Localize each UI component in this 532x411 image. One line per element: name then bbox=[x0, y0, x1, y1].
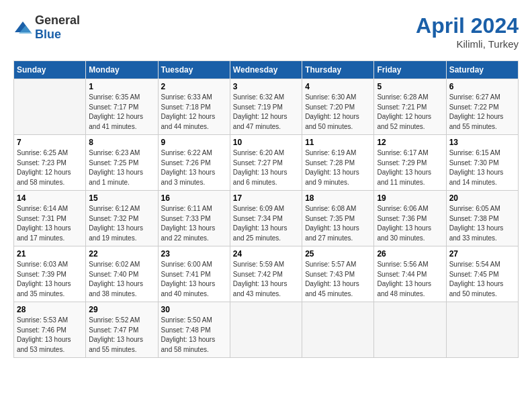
logo-icon bbox=[13, 20, 32, 35]
calendar-cell: 22 Sunrise: 6:02 AMSunset: 7:40 PMDaylig… bbox=[86, 246, 158, 302]
calendar-cell: 18 Sunrise: 6:08 AMSunset: 7:35 PMDaylig… bbox=[302, 191, 374, 246]
day-number: 10 bbox=[233, 138, 299, 147]
calendar-cell: 6 Sunrise: 6:27 AMSunset: 7:22 PMDayligh… bbox=[446, 79, 518, 135]
day-number: 2 bbox=[161, 82, 227, 91]
logo-text: General Blue bbox=[35, 13, 80, 42]
day-header-monday: Monday bbox=[86, 61, 158, 79]
day-detail: Sunrise: 6:11 AMSunset: 7:33 PMDaylight:… bbox=[161, 204, 227, 243]
day-header-sunday: Sunday bbox=[14, 61, 86, 79]
location: Kilimli, Turkey bbox=[416, 38, 519, 50]
day-number: 9 bbox=[161, 138, 227, 147]
day-detail: Sunrise: 6:06 AMSunset: 7:36 PMDaylight:… bbox=[377, 204, 443, 243]
day-number: 7 bbox=[17, 138, 83, 147]
day-detail: Sunrise: 6:09 AMSunset: 7:34 PMDaylight:… bbox=[233, 204, 299, 243]
calendar-week-row: 7 Sunrise: 6:25 AMSunset: 7:23 PMDayligh… bbox=[14, 135, 519, 191]
day-detail: Sunrise: 5:52 AMSunset: 7:47 PMDaylight:… bbox=[89, 316, 154, 355]
day-number: 23 bbox=[161, 249, 227, 259]
day-number: 18 bbox=[305, 193, 371, 203]
calendar-week-row: 28 Sunrise: 5:53 AMSunset: 7:46 PMDaylig… bbox=[14, 302, 519, 358]
day-detail: Sunrise: 6:00 AMSunset: 7:41 PMDaylight:… bbox=[161, 260, 227, 299]
title-block: April 2024 Kilimli, Turkey bbox=[416, 13, 519, 50]
day-number: 24 bbox=[233, 249, 299, 259]
day-detail: Sunrise: 6:25 AMSunset: 7:23 PMDaylight:… bbox=[17, 148, 83, 187]
logo: General Blue bbox=[13, 13, 80, 42]
day-number: 4 bbox=[305, 82, 371, 91]
calendar-cell bbox=[374, 302, 446, 358]
calendar-cell: 14 Sunrise: 6:14 AMSunset: 7:31 PMDaylig… bbox=[14, 191, 86, 246]
calendar-week-row: 21 Sunrise: 6:03 AMSunset: 7:39 PMDaylig… bbox=[14, 246, 519, 302]
calendar-cell: 17 Sunrise: 6:09 AMSunset: 7:34 PMDaylig… bbox=[230, 191, 302, 246]
calendar-week-row: 1 Sunrise: 6:35 AMSunset: 7:17 PMDayligh… bbox=[14, 79, 519, 135]
calendar-cell: 7 Sunrise: 6:25 AMSunset: 7:23 PMDayligh… bbox=[14, 135, 86, 191]
day-detail: Sunrise: 6:35 AMSunset: 7:17 PMDaylight:… bbox=[89, 93, 154, 132]
day-detail: Sunrise: 6:27 AMSunset: 7:22 PMDaylight:… bbox=[449, 93, 515, 132]
day-number: 1 bbox=[89, 82, 154, 91]
day-number: 13 bbox=[449, 138, 515, 147]
logo-general: General bbox=[35, 13, 80, 27]
day-detail: Sunrise: 6:17 AMSunset: 7:29 PMDaylight:… bbox=[377, 148, 443, 187]
day-detail: Sunrise: 6:15 AMSunset: 7:30 PMDaylight:… bbox=[449, 148, 515, 187]
calendar-cell: 19 Sunrise: 6:06 AMSunset: 7:36 PMDaylig… bbox=[374, 191, 446, 246]
day-detail: Sunrise: 6:08 AMSunset: 7:35 PMDaylight:… bbox=[305, 204, 371, 243]
day-number: 27 bbox=[449, 249, 515, 259]
calendar-cell: 23 Sunrise: 6:00 AMSunset: 7:41 PMDaylig… bbox=[158, 246, 230, 302]
calendar-week-row: 14 Sunrise: 6:14 AMSunset: 7:31 PMDaylig… bbox=[14, 191, 519, 246]
day-number: 17 bbox=[233, 193, 299, 203]
calendar-cell: 9 Sunrise: 6:22 AMSunset: 7:26 PMDayligh… bbox=[158, 135, 230, 191]
calendar-cell: 27 Sunrise: 5:54 AMSunset: 7:45 PMDaylig… bbox=[446, 246, 518, 302]
day-header-friday: Friday bbox=[374, 61, 446, 79]
day-detail: Sunrise: 6:20 AMSunset: 7:27 PMDaylight:… bbox=[233, 148, 299, 187]
day-number: 16 bbox=[161, 193, 227, 203]
calendar-table: SundayMondayTuesdayWednesdayThursdayFrid… bbox=[13, 60, 519, 358]
day-detail: Sunrise: 5:54 AMSunset: 7:45 PMDaylight:… bbox=[449, 260, 515, 299]
calendar-cell: 15 Sunrise: 6:12 AMSunset: 7:32 PMDaylig… bbox=[86, 191, 158, 246]
day-detail: Sunrise: 6:14 AMSunset: 7:31 PMDaylight:… bbox=[17, 204, 83, 243]
day-detail: Sunrise: 6:03 AMSunset: 7:39 PMDaylight:… bbox=[17, 260, 83, 299]
calendar-cell: 1 Sunrise: 6:35 AMSunset: 7:17 PMDayligh… bbox=[86, 79, 158, 135]
day-header-thursday: Thursday bbox=[302, 61, 374, 79]
day-detail: Sunrise: 6:30 AMSunset: 7:20 PMDaylight:… bbox=[305, 93, 371, 132]
day-detail: Sunrise: 6:28 AMSunset: 7:21 PMDaylight:… bbox=[377, 93, 443, 132]
day-number: 8 bbox=[89, 138, 154, 147]
calendar-cell bbox=[302, 302, 374, 358]
calendar-cell: 2 Sunrise: 6:33 AMSunset: 7:18 PMDayligh… bbox=[158, 79, 230, 135]
day-detail: Sunrise: 6:12 AMSunset: 7:32 PMDaylight:… bbox=[89, 204, 154, 243]
calendar-cell: 10 Sunrise: 6:20 AMSunset: 7:27 PMDaylig… bbox=[230, 135, 302, 191]
day-number: 20 bbox=[449, 193, 515, 203]
day-detail: Sunrise: 6:19 AMSunset: 7:28 PMDaylight:… bbox=[305, 148, 371, 187]
calendar-cell bbox=[230, 302, 302, 358]
calendar-cell: 26 Sunrise: 5:56 AMSunset: 7:44 PMDaylig… bbox=[374, 246, 446, 302]
calendar-cell: 20 Sunrise: 6:05 AMSunset: 7:38 PMDaylig… bbox=[446, 191, 518, 246]
calendar-cell: 21 Sunrise: 6:03 AMSunset: 7:39 PMDaylig… bbox=[14, 246, 86, 302]
day-detail: Sunrise: 5:59 AMSunset: 7:42 PMDaylight:… bbox=[233, 260, 299, 299]
calendar-cell: 8 Sunrise: 6:23 AMSunset: 7:25 PMDayligh… bbox=[86, 135, 158, 191]
day-detail: Sunrise: 6:32 AMSunset: 7:19 PMDaylight:… bbox=[233, 93, 299, 132]
day-number: 14 bbox=[17, 193, 83, 203]
calendar-cell bbox=[14, 79, 86, 135]
day-detail: Sunrise: 5:56 AMSunset: 7:44 PMDaylight:… bbox=[377, 260, 443, 299]
calendar-cell: 12 Sunrise: 6:17 AMSunset: 7:29 PMDaylig… bbox=[374, 135, 446, 191]
day-detail: Sunrise: 5:57 AMSunset: 7:43 PMDaylight:… bbox=[305, 260, 371, 299]
day-detail: Sunrise: 5:50 AMSunset: 7:48 PMDaylight:… bbox=[161, 316, 227, 355]
calendar-cell: 29 Sunrise: 5:52 AMSunset: 7:47 PMDaylig… bbox=[86, 302, 158, 358]
day-header-tuesday: Tuesday bbox=[158, 61, 230, 79]
calendar-header-row: SundayMondayTuesdayWednesdayThursdayFrid… bbox=[14, 61, 519, 79]
day-number: 19 bbox=[377, 193, 443, 203]
day-detail: Sunrise: 6:02 AMSunset: 7:40 PMDaylight:… bbox=[89, 260, 154, 299]
calendar-cell: 28 Sunrise: 5:53 AMSunset: 7:46 PMDaylig… bbox=[14, 302, 86, 358]
day-number: 28 bbox=[17, 305, 83, 314]
month-year: April 2024 bbox=[416, 13, 519, 38]
calendar-cell: 11 Sunrise: 6:19 AMSunset: 7:28 PMDaylig… bbox=[302, 135, 374, 191]
calendar-cell: 5 Sunrise: 6:28 AMSunset: 7:21 PMDayligh… bbox=[374, 79, 446, 135]
day-header-wednesday: Wednesday bbox=[230, 61, 302, 79]
calendar-cell bbox=[446, 302, 518, 358]
day-number: 11 bbox=[305, 138, 371, 147]
day-number: 29 bbox=[89, 305, 154, 314]
day-number: 25 bbox=[305, 249, 371, 259]
day-number: 12 bbox=[377, 138, 443, 147]
day-number: 5 bbox=[377, 82, 443, 91]
day-number: 30 bbox=[161, 305, 227, 314]
page-header: General Blue April 2024 Kilimli, Turkey bbox=[13, 13, 519, 50]
day-number: 15 bbox=[89, 193, 154, 203]
logo-blue: Blue bbox=[35, 28, 61, 41]
